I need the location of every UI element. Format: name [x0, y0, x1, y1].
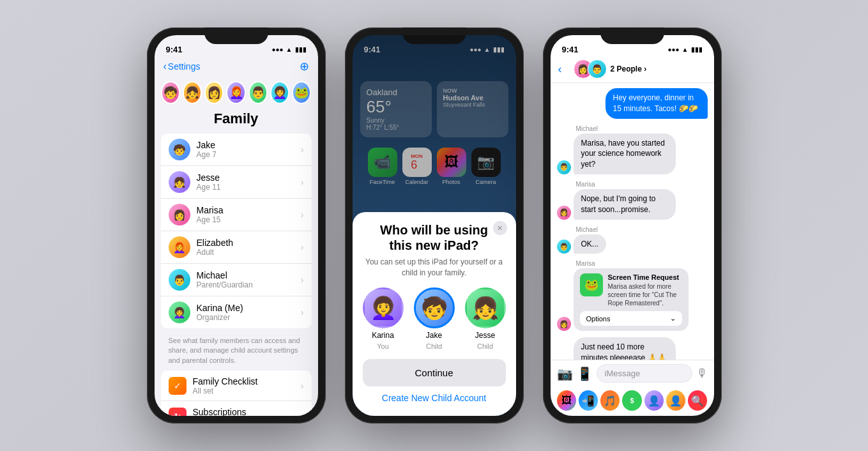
stc-options-button[interactable]: Options ⌄ [580, 311, 682, 326]
msg-bubble-marisa-last: Just need 10 more minutes pleeeease 🙏🙏🙏🙏… [574, 337, 676, 360]
mic-icon[interactable]: 🎙 [696, 367, 708, 380]
wifi-icon-3: ▲ [682, 46, 689, 53]
karina-info: Karina (Me) Organizer [197, 303, 301, 322]
modal-overlay: ✕ Who will be usingthis new iPad? You ca… [353, 35, 516, 416]
michael-avatar-msg: 👨 [557, 160, 571, 174]
create-child-link[interactable]: Create New Child Account [363, 393, 506, 403]
jake-chevron: › [301, 144, 304, 155]
msg-marisa-1: Marisa 👩 Nope, but I'm going to start so… [557, 181, 708, 220]
karina-modal-name: Karina [372, 331, 394, 340]
toolbar-photos-button[interactable]: 🖼 [557, 390, 576, 411]
share-icon-1[interactable]: ⊕ [300, 59, 309, 73]
karina-modal-role: You [377, 342, 389, 350]
modal-avatar-karina[interactable]: 👩‍🦱 Karina You [363, 287, 404, 350]
status-time-1: 9:41 [166, 45, 183, 54]
modal-avatar-jesse[interactable]: 👧 Jesse Child [465, 287, 506, 350]
group-count: 2 People › [611, 65, 647, 73]
subscriptions-label: Subscriptions [193, 407, 301, 416]
list-item-elizabeth[interactable]: 👩‍🦰 Elizabeth Adult › [161, 231, 312, 264]
toolbar-person1-button[interactable]: 👤 [644, 390, 664, 411]
avatar-7: 🐸 [292, 81, 311, 104]
jesse-modal-role: Child [477, 342, 493, 350]
people-count: 2 People [611, 65, 642, 73]
screen-family: 9:41 ●●● ▲ ▮▮▮ ‹ Settings ⊕ 🧒 👧 👩 👩‍🦰 👨 … [155, 35, 318, 416]
avatar-4: 👩‍🦰 [226, 81, 245, 104]
toolbar-cash-button[interactable]: $ [622, 390, 641, 411]
list-item-subscriptions[interactable]: ↻ Subscriptions 3 subscriptions › [161, 401, 312, 416]
msg-bubble-marisa-1: Nope, but I'm going to start soon...prom… [574, 189, 676, 220]
notch [204, 27, 268, 44]
toolbar-apps-button[interactable]: 📲 [579, 390, 598, 411]
elizabeth-role: Adult [197, 248, 301, 257]
status-icons-1: ●●● ▲ ▮▮▮ [271, 46, 306, 53]
toolbar-audio-button[interactable]: 🎵 [600, 390, 620, 411]
helper-text: See what family members can access and s… [155, 333, 318, 371]
camera-input-icon[interactable]: 📷 [557, 366, 573, 381]
elizabeth-chevron: › [301, 242, 304, 252]
list-item-jake[interactable]: 🧒 Jake Age 7 › [161, 134, 312, 166]
elizabeth-avatar: 👩‍🦰 [169, 236, 190, 258]
msg-row-sent-1: Hey everyone, dinner in 15 minutes. Taco… [605, 88, 708, 119]
marisa-age: Age 15 [197, 215, 301, 224]
marisa-avatar-msg-2: 👩 [557, 317, 571, 331]
marisa-avatar: 👩 [169, 204, 190, 226]
group-arrow: › [644, 65, 646, 73]
list-item-karina[interactable]: 👩‍🦱 Karina (Me) Organizer › [161, 296, 312, 328]
modal-avatar-jake[interactable]: 🧒 Jake Child [414, 287, 455, 350]
avatar-1: 🧒 [161, 81, 180, 104]
subscriptions-info: Subscriptions 3 subscriptions [193, 407, 301, 416]
family-members-list: 🧒 Jake Age 7 › 👧 Jesse Age 11 › 👩 Marisa [161, 134, 312, 328]
modal-close-button[interactable]: ✕ [493, 221, 507, 235]
jake-avatar: 🧒 [169, 139, 190, 160]
stc-content: Screen Time Request Marisa asked for mor… [608, 273, 682, 307]
checklist-label: Family Checklist [193, 376, 301, 386]
toolbar-search-button[interactable]: 🔍 [688, 390, 707, 411]
options-label: Options [586, 315, 611, 323]
marisa-info: Marisa Age 15 [197, 205, 301, 224]
jake-name: Jake [197, 140, 301, 150]
msg-michael-1: Michael 👨 Marisa, have you started your … [557, 125, 708, 174]
notch-3 [600, 27, 664, 44]
jesse-avatar-circle: 👧 [465, 287, 506, 328]
apps-input-icon[interactable]: 📱 [577, 366, 593, 381]
wifi-icon-1: ▲ [286, 46, 293, 53]
screen-time-card: 🐸 Screen Time Request Marisa asked for m… [574, 268, 689, 331]
michael-info: Michael Parent/Guardian [197, 270, 301, 289]
list-item-checklist[interactable]: ✓ Family Checklist All set › [161, 371, 312, 401]
signal-icon-3: ●●● [667, 46, 679, 53]
modal-subtitle: You can set up this iPad for yourself or… [363, 257, 506, 279]
jake-modal-name: Jake [426, 331, 442, 340]
msg-row-screentime: 👩 🐸 Screen Time Request Marisa asked for… [557, 268, 689, 331]
karina-name: Karina (Me) [197, 303, 301, 313]
messages-back-button[interactable]: ‹ [558, 63, 562, 76]
continue-button[interactable]: Continue [363, 359, 506, 386]
page-title-family: Family [155, 111, 318, 134]
back-button-1[interactable]: ‹ Settings [164, 61, 201, 72]
sender-marisa-1: Marisa [576, 181, 595, 188]
michael-avatar: 👨 [169, 269, 190, 291]
list-item-michael[interactable]: 👨 Michael Parent/Guardian › [161, 264, 312, 296]
avatar-5: 👨 [248, 81, 268, 104]
list-item-jesse[interactable]: 👧 Jesse Age 11 › [161, 166, 312, 199]
modal-title: Who will be usingthis new iPad? [363, 222, 506, 253]
stc-row: 🐸 Screen Time Request Marisa asked for m… [580, 273, 682, 307]
karina-avatar-circle: 👩‍🦱 [363, 287, 404, 328]
checklist-chevron: › [301, 381, 304, 391]
jesse-modal-name: Jesse [475, 331, 495, 340]
michael-name: Michael [197, 270, 301, 280]
michael-chevron: › [301, 275, 304, 285]
jesse-name: Jesse [197, 172, 301, 183]
message-input-bar: 📷 📱 iMessage 🎙 [551, 360, 714, 386]
messages-body: Hey everyone, dinner in 15 minutes. Taco… [551, 83, 714, 360]
msg-michael-ok: Michael 👨 OK... [557, 226, 708, 254]
message-input-field[interactable]: iMessage [597, 364, 692, 383]
checklist-sub: All set [193, 386, 301, 395]
nav-bar-1: ‹ Settings ⊕ [155, 58, 318, 79]
toolbar-person2-button[interactable]: 👤 [666, 390, 685, 411]
checklist-icon: ✓ [169, 377, 187, 395]
avatar-3: 👩 [204, 81, 224, 104]
checklist-info: Family Checklist All set [193, 376, 301, 395]
list-item-marisa[interactable]: 👩 Marisa Age 15 › [161, 199, 312, 231]
sender-michael-1: Michael [576, 125, 598, 132]
msg-row-marisa-1: 👩 Nope, but I'm going to start soon...pr… [557, 189, 676, 220]
